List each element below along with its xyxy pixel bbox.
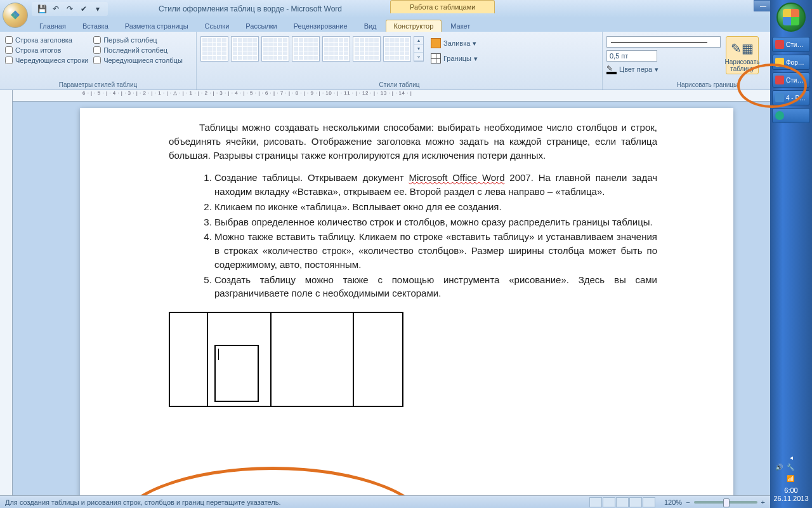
style-thumb[interactable] xyxy=(353,36,381,62)
tab-references[interactable]: Ссылки xyxy=(197,20,237,32)
list-item: Можно также вставить таблицу. Кликаем по… xyxy=(214,230,657,271)
tab-review[interactable]: Рецензирование xyxy=(286,20,355,32)
zoom-slider[interactable] xyxy=(694,501,757,504)
tray-chevron-icon[interactable]: ◂ xyxy=(790,454,793,461)
document-area: 6 · | · 5 · | · 4 · | · 3 · | · 2 · | · … xyxy=(0,90,812,495)
style-thumb[interactable] xyxy=(383,36,411,62)
qat-dropdown-icon[interactable]: ▾ xyxy=(93,4,103,14)
tray-icon[interactable] xyxy=(798,464,807,472)
tab-layout[interactable]: Макет xyxy=(443,20,478,32)
status-bar: Для создания таблицы и рисования строк, … xyxy=(0,495,770,508)
pen-color-icon xyxy=(606,64,617,74)
list-item: Создание таблицы. Открываем документ Mic… xyxy=(214,171,657,199)
group-table-styles: ▴▾▿ Заливка▾ Границы▾ Стили таблиц xyxy=(197,32,603,90)
tab-page-layout[interactable]: Разметка страницы xyxy=(117,20,196,32)
table-styles-gallery[interactable]: ▴▾▿ xyxy=(200,34,424,62)
tab-mailings[interactable]: Рассылки xyxy=(238,20,284,32)
quick-access-toolbar: 💾 ↶ ↷ ✔ ▾ xyxy=(32,2,108,16)
pen-color-button[interactable]: Цвет пера▾ xyxy=(606,64,721,74)
borders-button[interactable]: Границы▾ xyxy=(428,51,481,65)
drawn-table[interactable] xyxy=(169,312,657,407)
system-tray[interactable]: ◂ 🔊🔧 📶 6:00 26.11.2013 xyxy=(773,454,808,505)
start-button[interactable] xyxy=(776,3,806,32)
undo-icon[interactable]: ↶ xyxy=(51,4,61,14)
taskbar-item[interactable]: 4 - Р… xyxy=(772,90,810,105)
contextual-tab-label: Работа с таблицами xyxy=(390,0,495,13)
style-thumb[interactable] xyxy=(322,36,350,62)
windows-taskbar: Сти… Фор… Сти… 4 - Р… ◂ 🔊🔧 📶 6:00 26.11.… xyxy=(770,0,812,508)
tab-insert[interactable]: Вставка xyxy=(75,20,116,32)
document-scroll[interactable]: Таблицы можно создавать несколькими спос… xyxy=(13,102,801,495)
page[interactable]: Таблицы можно создавать несколькими спос… xyxy=(80,108,733,495)
tray-icon[interactable]: 🔧 xyxy=(787,464,796,472)
style-thumb[interactable] xyxy=(261,36,289,62)
shading-button[interactable]: Заливка▾ xyxy=(428,36,481,50)
check-last-column[interactable]: Последний столбец xyxy=(93,46,183,54)
gallery-scroll[interactable]: ▴▾▿ xyxy=(414,36,424,62)
zoom-in-icon[interactable]: + xyxy=(761,498,765,506)
check-banded-rows[interactable]: Чередующиеся строки xyxy=(5,57,88,64)
check-header-row[interactable]: Строка заголовка xyxy=(5,36,88,44)
vertical-ruler[interactable] xyxy=(0,90,13,495)
office-button[interactable]: ❖ xyxy=(3,3,28,28)
tray-icon[interactable]: 🔊 xyxy=(775,464,784,472)
style-thumb[interactable] xyxy=(231,36,259,62)
taskbar-item[interactable] xyxy=(772,108,810,123)
group-table-style-options: Строка заголовка Строка итогов Чередующи… xyxy=(0,32,197,90)
ribbon: Строка заголовка Строка итогов Чередующи… xyxy=(0,32,812,90)
zoom-out-icon[interactable]: − xyxy=(686,498,690,506)
check-banded-columns[interactable]: Чередующиеся столбцы xyxy=(93,57,183,64)
check-total-row[interactable]: Строка итогов xyxy=(5,46,88,54)
horizontal-ruler[interactable]: 6 · | · 5 · | · 4 · | · 3 · | · 2 · | · … xyxy=(13,90,801,102)
group-label: Параметры стилей таблиц xyxy=(4,80,192,88)
text-cursor xyxy=(218,349,219,360)
taskbar-item[interactable]: Сти… xyxy=(772,72,810,88)
ribbon-tabs: Главная Вставка Разметка страницы Ссылки… xyxy=(0,18,812,32)
style-thumb[interactable] xyxy=(292,36,320,62)
list-item: Выбрав определенное количество строк и с… xyxy=(214,215,657,229)
taskbar-item[interactable]: Фор… xyxy=(772,55,810,70)
style-thumb[interactable] xyxy=(200,36,228,62)
draw-table-button[interactable]: ✎▦ Нарисовать таблицу xyxy=(726,36,759,74)
tab-home[interactable]: Главная xyxy=(32,20,74,32)
taskbar-clock[interactable]: 6:00 26.11.2013 xyxy=(773,486,808,503)
zoom-label[interactable]: 120% xyxy=(664,498,682,506)
status-text: Для создания таблицы и рисования строк, … xyxy=(5,498,281,506)
pencil-table-icon: ✎▦ xyxy=(732,38,752,58)
group-label: Стили таблиц xyxy=(200,80,598,88)
check-first-column[interactable]: Первый столбец xyxy=(93,36,183,44)
list-item: Создать таблицу можно также с помощью ин… xyxy=(214,273,657,301)
paragraph: Таблицы можно создавать несколькими спос… xyxy=(169,121,657,162)
line-style-select[interactable] xyxy=(606,36,721,48)
list-item: Кликаем по иконке «таблица». Всплывает о… xyxy=(214,200,657,214)
redo-icon[interactable]: ↷ xyxy=(65,4,75,14)
title-bar: ❖ 💾 ↶ ↷ ✔ ▾ Стили оформления таблиц в во… xyxy=(0,0,812,18)
view-buttons[interactable] xyxy=(589,497,655,507)
save-icon[interactable]: 💾 xyxy=(37,4,47,14)
tab-view[interactable]: Вид xyxy=(357,20,384,32)
pen-width-select[interactable]: 0,5 пт xyxy=(606,50,657,62)
spellcheck-icon[interactable]: ✔ xyxy=(79,4,89,14)
tab-design[interactable]: Конструктор xyxy=(386,20,442,32)
tray-network-icon[interactable]: 📶 xyxy=(787,475,796,484)
taskbar-item[interactable]: Сти… xyxy=(772,37,810,52)
